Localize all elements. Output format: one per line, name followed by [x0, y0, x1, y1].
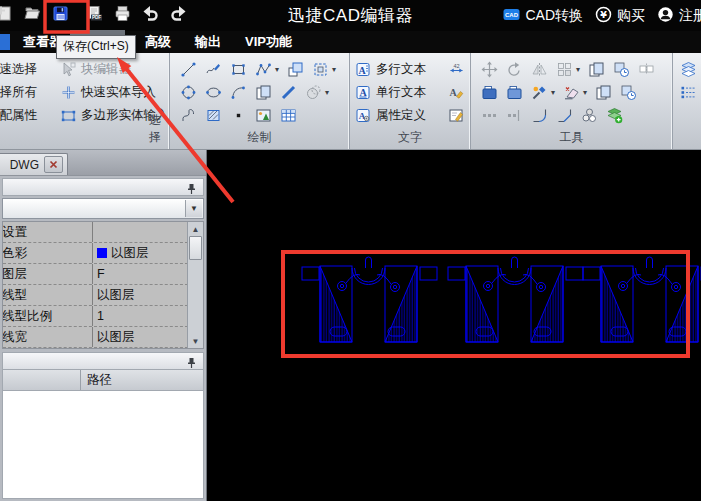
duplicate-icon[interactable] — [595, 84, 612, 101]
scrollbar-thumb[interactable] — [189, 236, 202, 260]
menu-advanced[interactable]: 高级 — [137, 30, 179, 54]
new-file-icon — [0, 5, 13, 26]
layer-list-icon[interactable] — [680, 81, 697, 104]
copy-objects-icon[interactable] — [588, 61, 605, 78]
mirror-icon[interactable] — [531, 61, 548, 78]
point-icon[interactable] — [230, 107, 247, 124]
dropdown-caret-icon[interactable]: ▾ — [275, 65, 279, 74]
pin-icon[interactable] — [186, 181, 197, 199]
menu-output[interactable]: 输出 — [187, 30, 229, 54]
table-icon[interactable] — [280, 107, 297, 124]
quick-select-button[interactable]: 快速选择 — [0, 58, 37, 81]
quick-entity-import-button[interactable]: 快速实体导入 — [60, 81, 169, 104]
svg-text:¥: ¥ — [600, 9, 607, 20]
dimension-icon[interactable]: 42 — [448, 58, 465, 81]
erase-icon[interactable] — [563, 84, 580, 101]
menu-vip[interactable]: VIP功能 — [237, 30, 300, 54]
property-row-settings[interactable]: 设置 — [3, 222, 188, 243]
save-icon — [52, 5, 69, 26]
image-icon[interactable] — [255, 107, 272, 124]
print-button[interactable] — [110, 3, 135, 28]
drawing-canvas[interactable] — [207, 150, 701, 501]
property-row-linetype-scale[interactable]: 线型比例 1 — [3, 306, 188, 327]
grip-dots-icon[interactable] — [481, 107, 498, 124]
rotate-icon[interactable] — [506, 61, 523, 78]
property-grid-scrollbar[interactable]: ▲ ▼ — [187, 222, 203, 348]
block-sync-icon[interactable] — [613, 61, 630, 78]
block-editor-label: 块编辑器 — [81, 61, 131, 78]
line-icon[interactable] — [180, 61, 197, 78]
attribute-definition-button[interactable]: A 属性定义 — [355, 104, 426, 127]
region-icon[interactable] — [305, 84, 322, 101]
ellipse-icon[interactable] — [205, 84, 222, 101]
buy-button[interactable]: ¥ 购买 — [595, 6, 645, 26]
explode-icon[interactable] — [581, 107, 598, 124]
multiline-text-button[interactable]: A 多行文本 — [355, 58, 426, 81]
chevron-down-icon[interactable]: ▼ — [185, 200, 202, 217]
property-value — [92, 222, 188, 242]
document-tab-dwg[interactable]: DWG — [0, 153, 68, 175]
spell-check-icon[interactable]: A — [448, 81, 465, 104]
paste-special-icon[interactable] — [506, 84, 523, 101]
close-icon — [49, 160, 58, 169]
boundary-icon[interactable] — [312, 61, 329, 78]
tab-close-button[interactable] — [44, 156, 63, 173]
hatch-icon[interactable] — [205, 107, 222, 124]
single-line-text-button[interactable]: A 单行文本 — [355, 81, 426, 104]
properties-selector[interactable]: ▼ — [2, 198, 204, 219]
block-editor-button[interactable]: 块编辑器 — [60, 58, 169, 81]
edit-text-icon[interactable] — [448, 104, 465, 127]
select-section-label: 选择 — [149, 112, 169, 146]
save-button[interactable] — [48, 3, 73, 28]
rectangle-icon[interactable] — [230, 61, 247, 78]
property-row-lineweight[interactable]: 线宽 以图层 — [3, 327, 188, 348]
single-line-text-label: 单行文本 — [376, 84, 426, 101]
scroll-down-icon[interactable]: ▼ — [188, 334, 203, 348]
freehand-icon[interactable] — [205, 61, 222, 78]
property-picker-icon[interactable] — [531, 84, 548, 101]
dropdown-caret-icon[interactable]: ▾ — [325, 88, 329, 97]
app-logo-icon — [0, 34, 10, 50]
array-icon[interactable] — [556, 61, 573, 78]
polyline-icon[interactable] — [255, 61, 272, 78]
open-file-button[interactable] — [20, 3, 45, 28]
save-tooltip: 保存(Ctrl+S) — [56, 35, 136, 59]
arc-icon[interactable] — [230, 84, 247, 101]
undo-button[interactable] — [138, 3, 163, 28]
property-row-color[interactable]: 色彩 以图层 — [3, 243, 188, 264]
grip-align-icon[interactable] — [506, 107, 523, 124]
select-all-button[interactable]: 选择所有 — [0, 81, 37, 104]
thick-line-icon[interactable] — [280, 84, 297, 101]
path-list[interactable] — [2, 391, 204, 499]
pin-icon[interactable] — [186, 355, 197, 373]
open-file-icon — [24, 5, 41, 26]
layers-stack-icon[interactable] — [680, 58, 697, 81]
ribbon-section-tools: ▾▾▾ 工具 — [471, 53, 673, 149]
mtext-icon: A — [355, 61, 372, 78]
redo-button[interactable] — [166, 3, 191, 28]
export-pdf-button[interactable]: PDF — [82, 3, 107, 28]
new-file-button[interactable] — [0, 3, 17, 28]
property-row-layer[interactable]: 图层 F — [3, 264, 188, 285]
register-button[interactable]: 注册 — [657, 6, 701, 26]
match-properties-button[interactable]: 匹配属性 — [0, 104, 37, 127]
spline-icon[interactable] — [180, 107, 197, 124]
block-update-icon[interactable] — [620, 84, 637, 101]
dropdown-caret-icon[interactable]: ▾ — [332, 65, 336, 74]
layer-new-icon[interactable] — [606, 107, 623, 124]
dropdown-caret-icon[interactable]: ▾ — [576, 65, 580, 74]
cad-convert-button[interactable]: CAD CAD转换 — [503, 6, 583, 26]
insert-block-icon[interactable] — [287, 61, 304, 78]
property-row-linetype[interactable]: 线型 以图层 — [3, 285, 188, 306]
fillet-icon[interactable] — [531, 107, 548, 124]
scroll-up-icon[interactable]: ▲ — [188, 222, 203, 236]
dropdown-caret-icon[interactable]: ▾ — [583, 88, 587, 97]
paste-icon[interactable] — [481, 84, 498, 101]
property-label: 图层 — [2, 266, 92, 283]
move-icon[interactable] — [481, 61, 498, 78]
ungroup-icon[interactable] — [638, 61, 655, 78]
copy-icon[interactable] — [255, 84, 272, 101]
circle-icon[interactable] — [180, 84, 197, 101]
dropdown-caret-icon[interactable]: ▾ — [551, 88, 555, 97]
chamfer-icon[interactable] — [556, 107, 573, 124]
